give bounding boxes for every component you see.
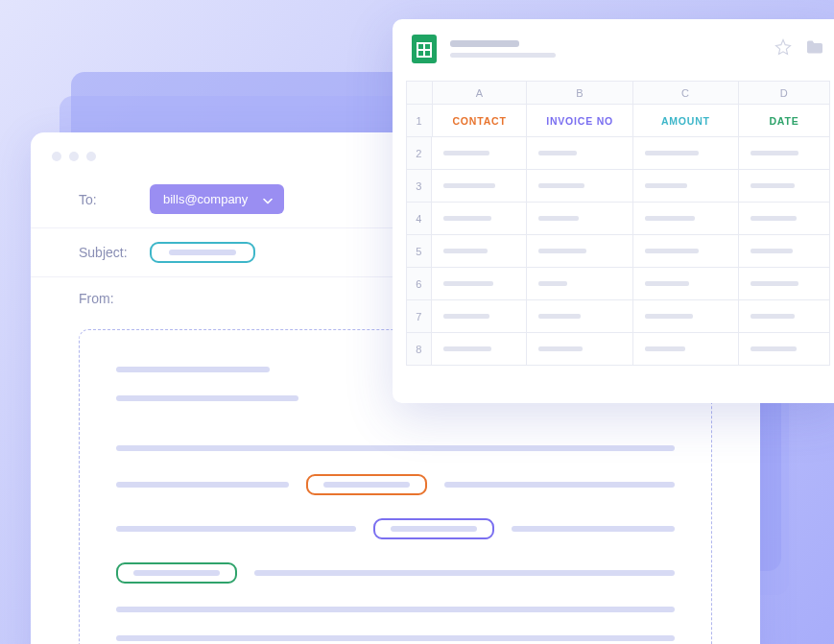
table-row: 8 bbox=[407, 333, 830, 366]
data-cell[interactable] bbox=[739, 137, 830, 170]
data-cell[interactable] bbox=[739, 170, 830, 203]
data-cell[interactable] bbox=[432, 137, 527, 170]
body-skeleton-segment bbox=[512, 526, 675, 532]
body-skeleton-line bbox=[116, 395, 298, 401]
folder-icon[interactable] bbox=[805, 39, 824, 59]
table-row: 2 bbox=[407, 137, 830, 170]
to-label: To: bbox=[79, 192, 132, 207]
data-cell[interactable] bbox=[432, 170, 527, 203]
google-sheets-icon bbox=[412, 35, 437, 63]
window-minimize-dot[interactable] bbox=[69, 152, 79, 161]
window-maximize-dot[interactable] bbox=[86, 152, 96, 161]
data-cell[interactable] bbox=[739, 333, 830, 366]
sheet-title-skeleton bbox=[450, 40, 519, 47]
data-cell[interactable] bbox=[633, 137, 739, 170]
table-row: 5 bbox=[407, 235, 830, 268]
data-cell[interactable] bbox=[633, 268, 739, 300]
body-skeleton-line bbox=[116, 635, 675, 641]
data-cell[interactable] bbox=[432, 300, 527, 333]
spreadsheet-window: A B C D 1 CONTACT INVOICE NO AMOUNT DATE… bbox=[393, 19, 834, 403]
table-row: 4 bbox=[407, 203, 830, 235]
data-cell[interactable] bbox=[739, 300, 830, 333]
data-cell[interactable] bbox=[633, 203, 739, 235]
body-skeleton-line bbox=[116, 367, 270, 372]
data-cell[interactable] bbox=[633, 235, 739, 268]
data-cell[interactable] bbox=[633, 170, 739, 203]
body-skeleton-segment bbox=[254, 570, 675, 576]
spreadsheet-grid[interactable]: A B C D 1 CONTACT INVOICE NO AMOUNT DATE… bbox=[406, 81, 830, 366]
subject-label: Subject: bbox=[79, 245, 132, 260]
col-header-c[interactable]: C bbox=[633, 82, 739, 105]
body-skeleton-segment bbox=[444, 482, 675, 488]
row-header-3[interactable]: 3 bbox=[407, 170, 432, 203]
to-recipient-chip[interactable]: bills@company bbox=[150, 184, 284, 214]
spreadsheet-header bbox=[393, 19, 834, 75]
body-skeleton-line bbox=[116, 607, 675, 612]
col-header-d[interactable]: D bbox=[739, 82, 830, 105]
cell-date-header[interactable]: DATE bbox=[739, 105, 830, 137]
subject-input-highlight[interactable] bbox=[150, 242, 255, 263]
chevron-down-icon bbox=[263, 192, 273, 206]
corner-cell[interactable] bbox=[407, 82, 433, 105]
data-cell[interactable] bbox=[527, 203, 632, 235]
subject-placeholder-skeleton bbox=[169, 250, 236, 255]
row-header-8[interactable]: 8 bbox=[407, 333, 432, 366]
column-header-row: A B C D bbox=[407, 82, 830, 105]
body-line-with-purple bbox=[116, 518, 675, 539]
table-row: 3 bbox=[407, 170, 830, 203]
col-header-b[interactable]: B bbox=[527, 82, 632, 105]
body-skeleton-segment bbox=[116, 526, 356, 532]
data-cell[interactable] bbox=[527, 170, 632, 203]
row-header-7[interactable]: 7 bbox=[407, 300, 432, 333]
table-row: 6 bbox=[407, 268, 830, 300]
data-cell[interactable] bbox=[527, 268, 632, 300]
data-cell[interactable] bbox=[527, 137, 632, 170]
cell-contact-header[interactable]: CONTACT bbox=[433, 105, 528, 137]
row-header-4[interactable]: 4 bbox=[407, 203, 432, 235]
star-icon[interactable] bbox=[774, 38, 792, 60]
row-header-5[interactable]: 5 bbox=[407, 235, 432, 268]
row-header-6[interactable]: 6 bbox=[407, 268, 432, 300]
cell-invoice-header[interactable]: INVOICE NO bbox=[527, 105, 632, 137]
body-line-with-orange bbox=[116, 474, 675, 495]
sheet-title-area[interactable] bbox=[450, 40, 556, 58]
data-cell[interactable] bbox=[432, 333, 527, 366]
data-cell[interactable] bbox=[739, 268, 830, 300]
row-header-2[interactable]: 2 bbox=[407, 137, 432, 170]
data-cell[interactable] bbox=[527, 333, 632, 366]
data-cell[interactable] bbox=[432, 203, 527, 235]
body-skeleton-line bbox=[116, 445, 675, 451]
data-cell[interactable] bbox=[633, 300, 739, 333]
row-header-1[interactable]: 1 bbox=[407, 105, 433, 137]
data-cell[interactable] bbox=[739, 203, 830, 235]
sheet-menu-skeleton bbox=[450, 53, 556, 58]
table-row: 7 bbox=[407, 300, 830, 333]
from-label: From: bbox=[79, 291, 132, 306]
data-cell[interactable] bbox=[432, 268, 527, 300]
data-cell[interactable] bbox=[633, 333, 739, 366]
cell-amount-header[interactable]: AMOUNT bbox=[633, 105, 739, 137]
body-line-with-green bbox=[116, 562, 675, 584]
data-cell[interactable] bbox=[432, 235, 527, 268]
data-cell[interactable] bbox=[527, 235, 632, 268]
data-cell[interactable] bbox=[527, 300, 632, 333]
invoice-field-highlight[interactable] bbox=[373, 518, 494, 539]
col-header-a[interactable]: A bbox=[433, 82, 528, 105]
contact-field-highlight[interactable] bbox=[306, 474, 427, 495]
data-cell[interactable] bbox=[739, 235, 830, 268]
date-field-highlight[interactable] bbox=[116, 562, 237, 584]
body-skeleton-segment bbox=[116, 482, 289, 488]
to-recipient-text: bills@company bbox=[163, 192, 248, 206]
window-close-dot[interactable] bbox=[52, 152, 61, 161]
header-data-row: 1 CONTACT INVOICE NO AMOUNT DATE bbox=[407, 105, 830, 137]
